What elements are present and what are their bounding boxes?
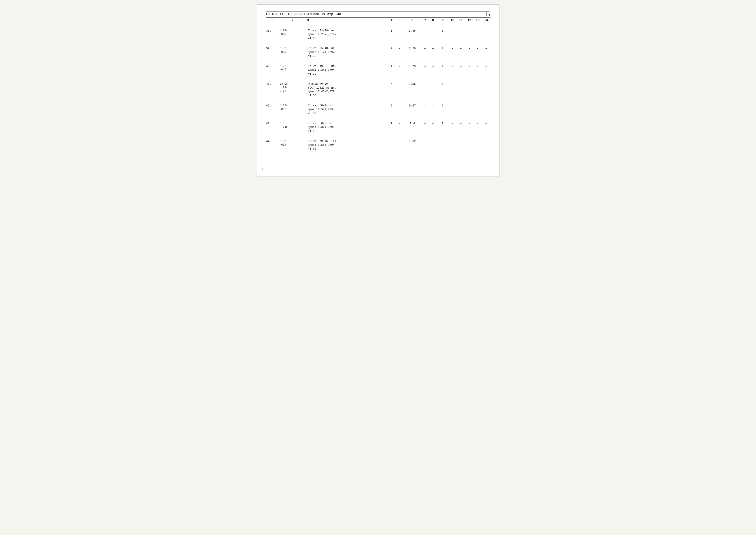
row-5-col5: – bbox=[395, 102, 403, 116]
row-1-col6: I,35 bbox=[403, 27, 421, 41]
table-row: 44.".02- -099То же, 50-I6 – шт. Цена: I,… bbox=[266, 138, 491, 152]
row-3-col1: 40. bbox=[266, 63, 279, 77]
row-7-col2: ".02- -099 bbox=[278, 138, 307, 152]
row-7-col11: – bbox=[457, 138, 465, 152]
spacer-row bbox=[266, 23, 491, 27]
row-2-col6: I,I8 bbox=[403, 45, 421, 59]
row-2-col7: – bbox=[421, 45, 429, 59]
row-6-col8: – bbox=[429, 120, 437, 134]
main-table: I 2 3 4 5 6 7 8 9 IO II I2 I3 I4 38.".02… bbox=[266, 17, 491, 152]
col-header-12: I2 bbox=[465, 18, 473, 23]
row-4-col8: – bbox=[429, 80, 437, 98]
row-5-col3: То же, 50-I- шт. Цена: 0,9xI,079= =0,97 bbox=[307, 102, 387, 116]
row-2-col4: 2 bbox=[388, 45, 395, 59]
col-header-1: I bbox=[266, 18, 279, 23]
row-1-col12: – bbox=[465, 27, 473, 41]
row-5-col11: – bbox=[457, 102, 465, 116]
row-2-col1: 39. bbox=[266, 45, 279, 59]
row-2-col5: – bbox=[395, 45, 403, 59]
row-5-col7: – bbox=[421, 102, 429, 116]
row-2-col9: 2 bbox=[437, 45, 448, 59]
row-1-col1: 38. bbox=[266, 27, 279, 41]
spacer-row bbox=[266, 116, 491, 120]
row-2-col8: – bbox=[429, 45, 437, 59]
row-3-col2: ".02- -047 bbox=[278, 63, 307, 77]
row-2-col12: – bbox=[465, 45, 473, 59]
row-4-col13: – bbox=[473, 80, 482, 98]
row-1-col10: – bbox=[448, 27, 457, 41]
row-5-col13: – bbox=[473, 102, 482, 116]
row-1-col8: – bbox=[429, 27, 437, 41]
col-header-5: 5 bbox=[395, 18, 403, 23]
row-4-col4: 4 bbox=[388, 80, 395, 98]
row-4-col11: – bbox=[457, 80, 465, 98]
row-5-col4: 2 bbox=[388, 102, 395, 116]
row-7-col9: I3 bbox=[437, 138, 448, 152]
row-6-col4: I bbox=[388, 120, 395, 134]
page: ТП 402-11-0130.22.87 Альбом IV стр. 48 ┐… bbox=[257, 4, 500, 177]
row-3-col10: – bbox=[448, 63, 457, 77]
row-3-col13: – bbox=[473, 63, 482, 77]
row-3-col5: – bbox=[395, 63, 403, 77]
row-6-col1: 43. bbox=[266, 120, 279, 134]
row-1-col2: ".02- -020 bbox=[278, 27, 307, 41]
row-1-col13: – bbox=[473, 27, 482, 41]
col-header-7: 7 bbox=[421, 18, 429, 23]
spacer-row bbox=[266, 41, 491, 45]
row-1-col5: – bbox=[395, 27, 403, 41]
col-header-2: 2 bbox=[278, 18, 307, 23]
row-3-col8: – bbox=[429, 63, 437, 77]
row-4-col3: Фланцы 40-25 ГОСТ I282I-80 шт. Цена: I,4… bbox=[307, 80, 387, 98]
row-4-col2: 23-I0 п.02- -I23 bbox=[278, 80, 307, 98]
row-3-col7: – bbox=[421, 63, 429, 77]
row-5-col12: – bbox=[465, 102, 473, 116]
row-1-col9: I bbox=[437, 27, 448, 41]
row-7-col4: 8 bbox=[388, 138, 395, 152]
row-5-col14: – bbox=[482, 102, 490, 116]
row-4-col7: – bbox=[421, 80, 429, 98]
row-5-col2: ".02- -002 bbox=[278, 102, 307, 116]
row-5-col1: 42. bbox=[266, 102, 279, 116]
col-header-9: 9 bbox=[437, 18, 448, 23]
row-6-col3: То же, 50-6- шт. Цена: I,3xI,079= =I,4 bbox=[307, 120, 387, 134]
row-6-col2: ". - 048 bbox=[278, 120, 307, 134]
row-2-col10: – bbox=[448, 45, 457, 59]
row-7-col14: – bbox=[482, 138, 490, 152]
row-4-col9: 6 bbox=[437, 80, 448, 98]
row-4-col10: – bbox=[448, 80, 457, 98]
row-7-col7: – bbox=[421, 138, 429, 152]
row-7-col6: I,62 bbox=[403, 138, 421, 152]
col-header-11: II bbox=[457, 18, 465, 23]
row-6-col6: I,4 bbox=[403, 120, 421, 134]
bottom-marker: ┴ bbox=[261, 168, 263, 172]
col-header-13: I3 bbox=[473, 18, 482, 23]
row-5-col9: 2 bbox=[437, 102, 448, 116]
table-row: 43.". - 048То же, 50-6- шт. Цена: I,3xI,… bbox=[266, 120, 491, 134]
row-1-col14: – bbox=[482, 27, 490, 41]
table-row: 42.".02- -002То же, 50-I- шт. Цена: 0,9x… bbox=[266, 102, 491, 116]
row-3-col11: – bbox=[457, 63, 465, 77]
col-header-14: I4 bbox=[482, 18, 490, 23]
table-row: 38.".02- -020То же, 32-IO- шт. Цена: I,2… bbox=[266, 27, 491, 41]
row-2-col3: То же, 25-40- шт. Цена: I,IxI,079= =I,I8 bbox=[307, 45, 387, 59]
page-title: ТП 402-11-0130.22.87 Альбом IV стр. 48 bbox=[266, 13, 341, 16]
row-3-col3: То же, 40-6 – шт. Цена: I,2xI,079= =I,29 bbox=[307, 63, 387, 77]
row-1-col4: I bbox=[388, 27, 395, 41]
row-3-col9: I bbox=[437, 63, 448, 77]
row-6-col11: – bbox=[457, 120, 465, 134]
row-7-col5: – bbox=[395, 138, 403, 152]
row-1-col3: То же, 32-IO- шт. Цена: I,25xI,079= =I,3… bbox=[307, 27, 387, 41]
row-4-col5: – bbox=[395, 80, 403, 98]
row-2-col11: – bbox=[457, 45, 465, 59]
row-5-col8: – bbox=[429, 102, 437, 116]
col-header-4: 4 bbox=[388, 18, 395, 23]
column-header-row: I 2 3 4 5 6 7 8 9 IO II I2 I3 I4 bbox=[266, 18, 491, 23]
row-5-col10: – bbox=[448, 102, 457, 116]
col-header-10: IO bbox=[448, 18, 457, 23]
row-7-col1: 44. bbox=[266, 138, 279, 152]
col-header-3: 3 bbox=[307, 18, 387, 23]
row-6-col13: – bbox=[473, 120, 482, 134]
row-3-col14: – bbox=[482, 63, 490, 77]
row-7-col12: – bbox=[465, 138, 473, 152]
row-2-col14: – bbox=[482, 45, 490, 59]
